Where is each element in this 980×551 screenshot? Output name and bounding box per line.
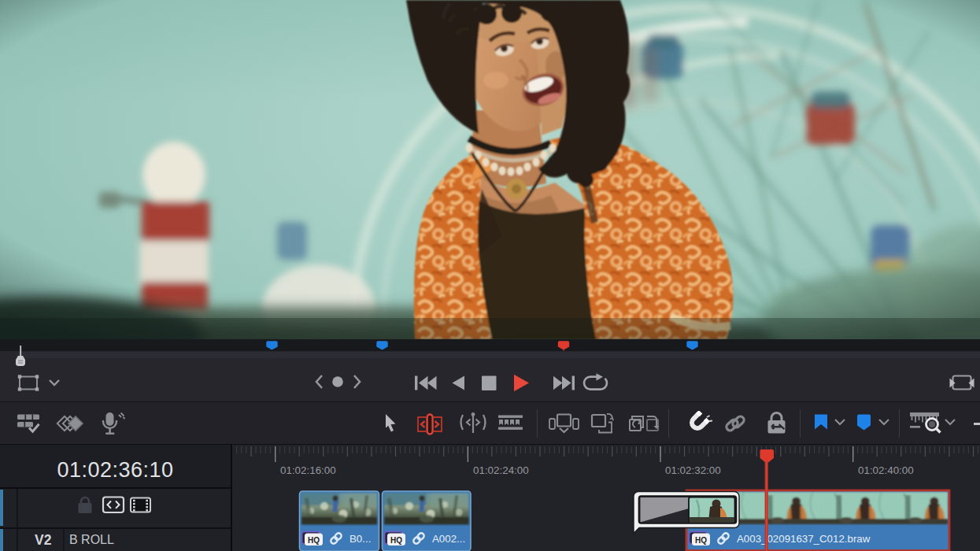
- svg-text:B0...: B0...: [349, 533, 371, 545]
- svg-text:A002...: A002...: [432, 533, 465, 545]
- svg-text:HQ: HQ: [390, 536, 402, 545]
- svg-text:HQ: HQ: [308, 536, 320, 545]
- svg-text:HQ: HQ: [695, 536, 707, 545]
